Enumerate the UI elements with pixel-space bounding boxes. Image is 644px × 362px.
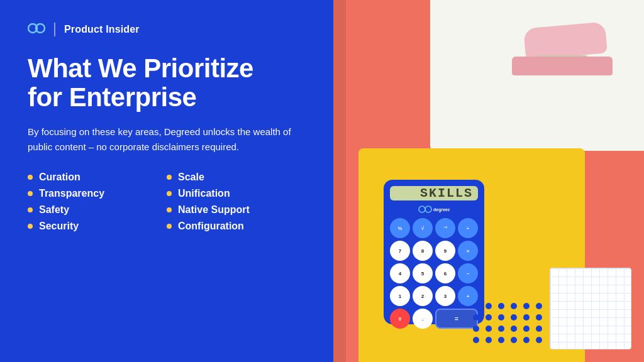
dot (473, 303, 479, 309)
list-item: Native Support (167, 204, 306, 216)
dot (498, 337, 504, 343)
stapler-body (512, 57, 613, 75)
dot (523, 326, 530, 332)
page-container: Product Insider What We Prioritize for E… (0, 0, 644, 362)
list-item: Unification (167, 188, 306, 199)
logo-icon (28, 23, 45, 36)
header-divider (54, 23, 55, 36)
header-row: Product Insider (28, 23, 306, 36)
list-item-label: Curation (39, 172, 80, 183)
calc-btn-equal: = (435, 309, 478, 329)
bullet-dot (28, 207, 33, 212)
dot (473, 337, 479, 343)
calc-buttons: % √ ⁻¹ ÷ 7 8 9 × 4 5 6 − 1 2 3 + 0 . = (390, 218, 478, 329)
left-panel: Product Insider What We Prioritize for E… (0, 0, 333, 362)
dot (486, 337, 492, 343)
description-text: By focusing on these key areas, Degreed … (28, 124, 292, 154)
dot (523, 303, 530, 309)
list-item-label: Scale (178, 172, 204, 183)
calculator-illustration: SKILLS degreed % √ ⁻¹ ÷ 7 8 9 × 4 5 (384, 180, 484, 324)
list-item-label: Safety (39, 204, 69, 216)
dot (498, 326, 504, 332)
calc-btn: 1 (390, 286, 410, 306)
notepad-illustration (550, 268, 631, 349)
calc-btn: 6 (435, 263, 455, 283)
calc-btn: − (458, 263, 478, 283)
bullet-dot (167, 175, 172, 180)
dot (536, 303, 542, 309)
list-item: Configuration (167, 221, 306, 232)
list-col-2: ScaleUnificationNative SupportConfigurat… (167, 172, 306, 232)
stapler-top (523, 21, 608, 60)
svg-point-4 (425, 206, 431, 212)
dot (511, 337, 517, 343)
list-col-1: CurationTransparencySafetySecurity (28, 172, 167, 232)
right-panel: SKILLS degreed % √ ⁻¹ ÷ 7 8 9 × 4 5 (333, 0, 644, 362)
bullet-dot (28, 224, 33, 229)
calc-btn: ⁻¹ (435, 218, 455, 238)
list-item-label: Configuration (178, 221, 244, 232)
bullet-dot (28, 191, 33, 196)
list-item-label: Unification (178, 188, 230, 199)
dot (498, 303, 504, 309)
list-item: Curation (28, 172, 167, 183)
calc-btn: % (390, 218, 410, 238)
dot (486, 314, 492, 321)
calc-logo: degreed (390, 206, 478, 213)
calc-btn: 9 (435, 241, 455, 261)
dot (536, 314, 542, 321)
dot (511, 326, 517, 332)
calc-btn: 5 (413, 263, 433, 283)
calc-btn: 8 (413, 241, 433, 261)
calc-btn: . (413, 309, 433, 329)
calc-btn: ÷ (458, 218, 478, 238)
dot (523, 314, 530, 321)
dots-pattern (473, 303, 543, 343)
list-item-label: Transparency (39, 188, 104, 199)
calc-btn: × (458, 241, 478, 261)
bullet-dot (167, 207, 172, 212)
list-item: Security (28, 221, 167, 232)
dot (536, 326, 542, 332)
dot (536, 337, 542, 343)
white-card (430, 0, 644, 151)
main-heading: What We Prioritize for Enterprise (28, 54, 306, 112)
list-item: Safety (28, 204, 167, 216)
list-item: Transparency (28, 188, 167, 199)
calc-screen: SKILLS (390, 186, 478, 200)
list-item-label: Security (39, 221, 79, 232)
calc-btn: 0 (390, 309, 410, 329)
brand-label: Product Insider (64, 24, 140, 35)
list-item: Scale (167, 172, 306, 183)
calc-btn: 7 (390, 241, 410, 261)
dot (486, 303, 492, 309)
bullet-dot (167, 224, 172, 229)
stapler-illustration (512, 25, 613, 75)
dot (523, 337, 530, 343)
list-item-label: Native Support (178, 204, 250, 216)
dot (498, 314, 504, 321)
dot (473, 314, 479, 321)
dot (511, 314, 517, 321)
svg-point-3 (419, 206, 425, 212)
dot (486, 326, 492, 332)
bullet-dot (167, 191, 172, 196)
calc-btn: 2 (413, 286, 433, 306)
calc-btn: 4 (390, 263, 410, 283)
features-lists: CurationTransparencySafetySecurity Scale… (28, 172, 306, 232)
notepad-lines (550, 268, 631, 349)
dot (473, 326, 479, 332)
calc-btn: √ (413, 218, 433, 238)
bullet-dot (28, 175, 33, 180)
dot (511, 303, 517, 309)
calc-btn: 3 (435, 286, 455, 306)
svg-text:degreed: degreed (433, 207, 450, 212)
